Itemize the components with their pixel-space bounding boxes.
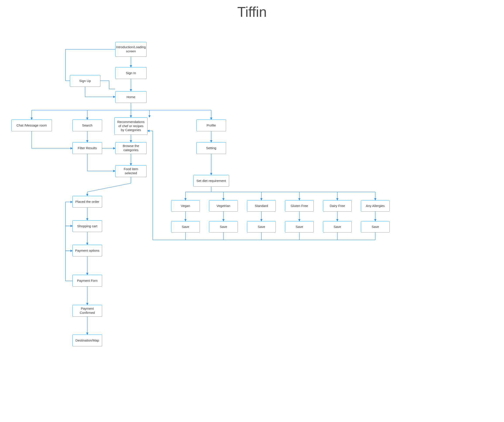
node-save-vegetrian: Save bbox=[209, 221, 238, 232]
node-filter-results: Filter Results bbox=[72, 142, 102, 154]
node-browse-categories: Browse the categories bbox=[115, 142, 147, 154]
node-signup: Sign Up bbox=[70, 75, 100, 87]
node-payment-form: Payment Forn bbox=[72, 275, 102, 286]
node-diet-allergies: Any Allergies bbox=[361, 200, 390, 212]
node-destination-map: Destination/Map bbox=[72, 334, 102, 346]
node-diet-glutenfree: Gluten Free bbox=[285, 200, 314, 212]
node-intro: Introduction/Loading screen bbox=[115, 42, 147, 57]
node-diet-vegetrian: Vegetrian bbox=[209, 200, 238, 212]
node-food-item-selected: Food item selected bbox=[115, 165, 147, 177]
node-save-glutenfree: Save bbox=[285, 221, 314, 232]
node-payment-options: Payment options bbox=[72, 245, 102, 256]
node-save-dairyfree: Save bbox=[323, 221, 352, 232]
node-signin: Sign In bbox=[115, 67, 147, 79]
node-payment-confirmed: Payment Confirmed bbox=[72, 305, 102, 317]
node-placed-order: Placed the order bbox=[72, 196, 102, 208]
node-shopping-cart: Shopping cart bbox=[72, 220, 102, 232]
node-chat: Chat /Message room bbox=[11, 119, 52, 131]
node-set-diet-requirement: Set diet requirement bbox=[193, 175, 229, 187]
diagram-title: Tiffin bbox=[0, 4, 504, 20]
flowchart-canvas: Tiffin bbox=[0, 0, 504, 422]
node-save-standard: Save bbox=[247, 221, 276, 232]
node-save-vegan: Save bbox=[171, 221, 200, 232]
node-save-allergies: Save bbox=[361, 221, 390, 232]
node-home: Home bbox=[115, 91, 147, 103]
node-diet-standard: Standard bbox=[247, 200, 276, 212]
node-diet-dairyfree: Dairy Free bbox=[323, 200, 352, 212]
node-recommendations: Recommendations of chef or recipes by Ca… bbox=[114, 117, 148, 135]
node-diet-vegan: Vegan bbox=[171, 200, 200, 212]
node-search: Search bbox=[72, 119, 102, 131]
node-setting: Setting bbox=[196, 142, 226, 154]
node-profile: Profile bbox=[196, 119, 226, 131]
